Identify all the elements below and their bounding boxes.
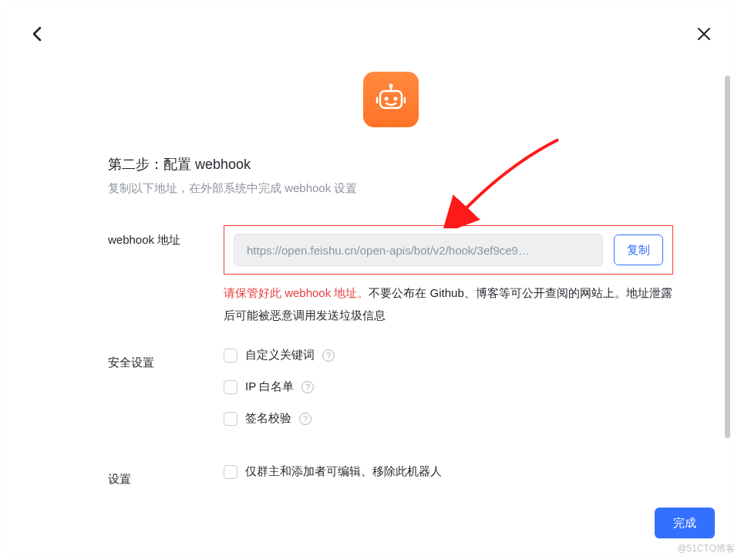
help-icon[interactable]: ? xyxy=(301,381,314,393)
robot-glyph-icon xyxy=(374,83,408,116)
svg-point-4 xyxy=(393,97,397,101)
checkbox-label-ip: IP 白名单 xyxy=(245,380,294,394)
security-option-ip: IP 白名单 ? xyxy=(224,380,673,394)
modal-body: 第二步：配置 webhook 复制以下地址，在外部系统中完成 webhook 设… xyxy=(6,52,735,497)
security-content: 自定义关键词 ? IP 白名单 ? 签名校验 ? xyxy=(224,348,673,443)
checkbox-keywords[interactable] xyxy=(224,349,237,363)
robot-icon xyxy=(363,72,419,127)
warning-red-text: 请保管好此 webhook 地址。 xyxy=(224,286,369,299)
checkbox-label-owner: 仅群主和添加者可编辑、移除此机器人 xyxy=(245,464,442,479)
webhook-row: webhook 地址 https://open.feishu.cn/open-a… xyxy=(108,225,673,326)
step-title: 第二步：配置 webhook xyxy=(108,155,673,174)
webhook-url-field[interactable]: https://open.feishu.cn/open-apis/bot/v2/… xyxy=(234,234,603,266)
settings-content: 仅群主和添加者可编辑、移除此机器人 xyxy=(224,464,673,496)
modal-footer: 完成 xyxy=(6,497,735,554)
settings-option-owner: 仅群主和添加者可编辑、移除此机器人 xyxy=(224,464,673,479)
watermark-text: @51CTO博客 xyxy=(677,542,735,555)
webhook-label: webhook 地址 xyxy=(108,225,224,248)
step-subtitle: 复制以下地址，在外部系统中完成 webhook 设置 xyxy=(108,181,673,196)
checkbox-ip[interactable] xyxy=(224,380,237,394)
bot-icon-container xyxy=(108,72,673,127)
copy-button[interactable]: 复制 xyxy=(614,234,663,265)
modal-header xyxy=(6,6,735,52)
security-label: 安全设置 xyxy=(108,348,224,370)
webhook-warning: 请保管好此 webhook 地址。不要公布在 Github、博客等可公开查阅的网… xyxy=(224,282,673,326)
settings-row: 设置 仅群主和添加者可编辑、移除此机器人 xyxy=(108,464,673,496)
chevron-left-icon xyxy=(32,26,42,42)
checkbox-sign[interactable] xyxy=(224,412,237,426)
checkbox-owner[interactable] xyxy=(224,465,237,479)
config-modal: 第二步：配置 webhook 复制以下地址，在外部系统中完成 webhook 设… xyxy=(6,6,735,554)
scrollbar[interactable] xyxy=(725,76,730,438)
webhook-highlight-box: https://open.feishu.cn/open-apis/bot/v2/… xyxy=(224,225,673,275)
checkbox-label-keywords: 自定义关键词 xyxy=(245,348,315,363)
help-icon[interactable]: ? xyxy=(299,413,312,425)
svg-point-3 xyxy=(384,97,388,101)
done-button[interactable]: 完成 xyxy=(655,508,715,538)
security-option-keywords: 自定义关键词 ? xyxy=(224,348,673,363)
webhook-content: https://open.feishu.cn/open-apis/bot/v2/… xyxy=(224,225,673,326)
help-icon[interactable]: ? xyxy=(322,349,335,362)
back-button[interactable] xyxy=(26,23,48,45)
security-option-sign: 签名校验 ? xyxy=(224,411,673,426)
close-icon xyxy=(696,26,712,42)
settings-label: 设置 xyxy=(108,464,224,487)
svg-point-1 xyxy=(389,84,392,88)
checkbox-label-sign: 签名校验 xyxy=(245,411,291,426)
close-button[interactable] xyxy=(693,23,715,45)
security-row: 安全设置 自定义关键词 ? IP 白名单 ? 签名校验 ? xyxy=(108,348,673,443)
